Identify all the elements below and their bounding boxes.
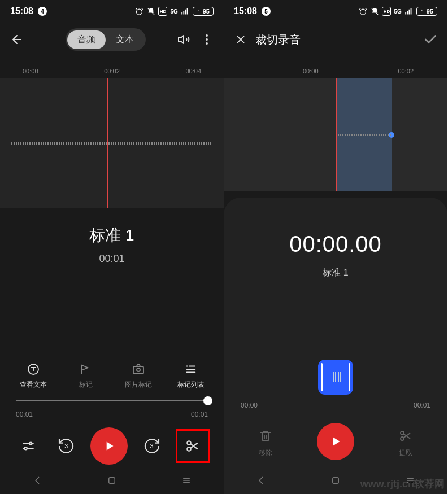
crop-start-time: 00:00 [241,401,258,409]
phone-right: 15:08 5 HD 5G 95 裁切录音 00:00 00:02 [224,0,447,494]
notification-count-badge: 5 [262,7,271,16]
highlight-annotation [176,429,210,463]
svg-point-1 [206,34,208,37]
flag-icon [79,362,93,377]
nav-home[interactable] [105,474,119,487]
status-bar: 15:08 4 HD 5G 95 [0,0,224,23]
network-type: 5G [170,8,177,15]
more-button[interactable] [199,32,215,47]
waveform[interactable] [224,78,447,191]
waveform-data [336,134,392,136]
list-icon [184,362,198,377]
crop-subtitle: 标准 1 [224,267,447,279]
svg-point-7 [29,443,32,445]
page-title: 裁切录音 [255,32,301,47]
svg-point-0 [136,9,142,15]
battery-indicator: 95 [416,7,437,16]
tick-label: 00:00 [303,68,319,75]
text-circle-icon [26,362,41,377]
tick-label: 00:04 [185,68,201,75]
signal-icon [181,7,190,16]
crop-thumbnail[interactable] [318,360,353,395]
alarm-icon [134,7,143,16]
thumb-wave-icon [330,372,341,382]
extract-button[interactable]: 提取 [392,426,420,458]
tick-label: 00:00 [23,68,38,75]
crop-button[interactable] [179,432,207,460]
nav-back[interactable] [31,474,44,487]
timeline: 00:00 00:02 00:04 [0,56,224,208]
play-button[interactable] [90,427,128,465]
mark-button[interactable]: 标记 [59,362,112,390]
camera-icon [131,362,146,377]
view-text-button[interactable]: 查看文本 [7,362,59,390]
mute-icon [370,7,379,16]
svg-rect-11 [109,478,115,484]
tick-label: 00:02 [104,68,120,75]
trash-icon [251,426,280,446]
svg-point-12 [360,9,366,15]
markers-toolbar: 查看文本 标记 图片标记 标记列表 [0,345,224,400]
scissors-icon [392,426,420,446]
recording-time: 00:01 [0,253,224,265]
recording-title: 标准 1 [0,225,224,246]
status-bar: 15:08 5 HD 5G 95 [224,0,447,23]
close-button[interactable] [233,32,249,47]
mark-list-button[interactable]: 标记列表 [164,362,217,390]
nav-recents[interactable] [180,474,193,487]
header: 裁切录音 [224,23,447,56]
progress-slider[interactable] [0,400,224,406]
svg-rect-15 [333,478,339,484]
svg-point-6 [137,368,140,371]
segmented-control: 音频 文本 [66,28,146,51]
tick-label: 00:02 [398,68,414,75]
crop-panel: 00:00.00 标准 1 00:00 00:01 移除 [224,198,447,494]
status-time: 15:08 [10,6,33,16]
remove-button[interactable]: 移除 [251,426,280,458]
crop-end-time: 00:01 [414,401,430,409]
phone-left: 15:08 4 HD 5G 95 音频 文本 00:00 00 [0,0,224,494]
confirm-button[interactable] [423,32,438,47]
header: 音频 文本 [0,23,224,56]
svg-point-8 [24,447,27,449]
crop-time: 00:00.00 [224,231,447,257]
tab-audio[interactable]: 音频 [67,30,106,49]
slider-start-time: 00:01 [16,410,33,418]
forward-button[interactable]: 3 [138,432,166,460]
svg-point-3 [206,42,208,45]
back-button[interactable] [9,32,25,47]
tab-text[interactable]: 文本 [106,30,144,49]
playback-controls: 3 3 [0,422,224,469]
timeline: 00:00 00:02 [224,56,447,191]
battery-indicator: 95 [193,7,214,16]
nav-home[interactable] [329,474,342,487]
signal-icon [404,7,414,16]
recording-info: 标准 1 00:01 [0,208,224,270]
hd-icon: HD [158,7,167,16]
slider-thumb[interactable] [203,396,212,405]
nav-bar [0,469,224,494]
notification-count-badge: 4 [38,7,47,16]
play-button[interactable] [317,423,354,460]
alarm-icon [358,7,367,16]
svg-point-2 [206,38,208,41]
nav-back[interactable] [254,474,268,487]
slider-end-time: 00:01 [191,410,208,418]
waveform-data [11,142,212,145]
watermark: www.rjtj.cn软荐网 [360,477,445,491]
svg-rect-5 [133,366,143,374]
network-type: 5G [394,8,401,15]
status-time: 15:08 [234,6,257,16]
speaker-button[interactable] [176,32,192,47]
rewind-button[interactable]: 3 [52,432,80,460]
playhead[interactable] [336,78,337,191]
settings-button[interactable] [14,432,42,460]
photo-mark-button[interactable]: 图片标记 [112,362,164,390]
hd-icon: HD [382,7,391,16]
mute-icon [146,7,155,16]
playhead[interactable] [107,78,108,208]
waveform[interactable] [0,78,224,208]
